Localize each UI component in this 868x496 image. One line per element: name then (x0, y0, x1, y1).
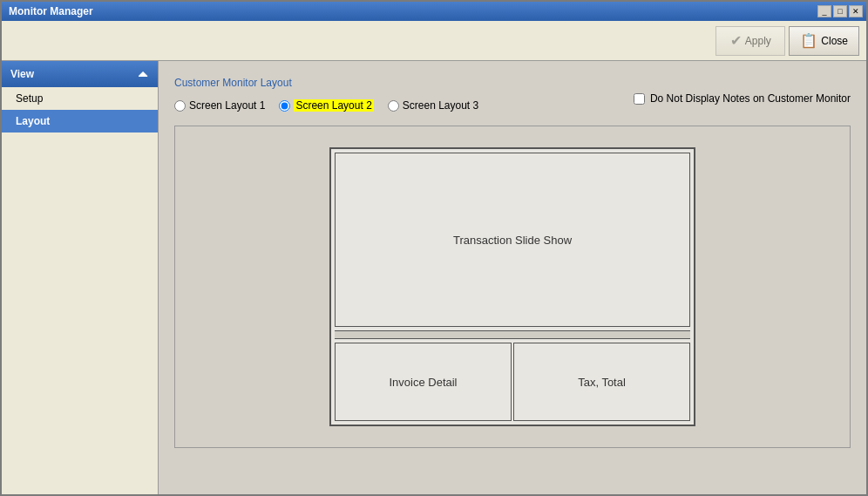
close-label: Close (821, 35, 848, 47)
layout-section: Customer Monitor Layout Screen Layout 1 … (167, 70, 858, 486)
radio-label-layout2: Screen Layout 2 (294, 99, 373, 112)
sidebar-header-label: View (10, 68, 34, 80)
slide-show-label: Transaction Slide Show (453, 234, 572, 247)
close-icon: 📋 (800, 32, 817, 49)
radio-input-layout3[interactable] (388, 100, 399, 112)
sidebar-layout-label: Layout (16, 115, 50, 127)
sidebar-header: View ⏶ (2, 61, 158, 87)
top-controls: Customer Monitor Layout Screen Layout 1 … (174, 77, 851, 120)
sidebar-setup-label: Setup (16, 92, 43, 105)
sidebar-item-layout[interactable]: Layout (2, 110, 158, 132)
main-content: Customer Monitor Layout Screen Layout 1 … (159, 61, 866, 494)
title-bar-buttons: _ □ ✕ (817, 5, 863, 17)
layout-section-label: Customer Monitor Layout (174, 77, 478, 89)
sidebar: View ⏶ Setup Layout (2, 61, 159, 494)
radio-group: Screen Layout 1 Screen Layout 2 Screen L… (174, 99, 478, 112)
invoice-panel: Invoice Detail (335, 343, 512, 421)
apply-label: Apply (745, 35, 771, 47)
notes-checkbox[interactable] (634, 93, 645, 105)
radio-layout2[interactable]: Screen Layout 2 (279, 99, 373, 112)
notes-checkbox-label: Do Not Display Notes on Customer Monitor (650, 92, 851, 105)
sidebar-item-setup[interactable]: Setup (2, 87, 158, 110)
apply-button[interactable]: ✔ Apply (715, 26, 785, 56)
window-close-button[interactable]: ✕ (849, 5, 863, 17)
maximize-button[interactable]: □ (833, 5, 847, 17)
close-button[interactable]: 📋 Close (789, 26, 859, 56)
radio-label-layout3: Screen Layout 3 (403, 99, 478, 112)
minimize-button[interactable]: _ (817, 5, 831, 17)
notes-checkbox-option: Do Not Display Notes on Customer Monitor (634, 92, 851, 105)
slide-show-area: Transaction Slide Show (335, 153, 690, 327)
toolbar: ✔ Apply 📋 Close (2, 21, 866, 61)
radio-input-layout2[interactable] (279, 100, 290, 112)
invoice-label: Invoice Detail (389, 376, 457, 389)
preview-area: Transaction Slide Show Invoice Detail Ta… (174, 126, 851, 448)
sidebar-collapse-button[interactable]: ⏶ (137, 67, 149, 81)
tax-panel: Tax, Total (513, 343, 690, 421)
radio-layout3[interactable]: Screen Layout 3 (388, 99, 478, 112)
title-bar: Monitor Manager _ □ ✕ (2, 2, 866, 21)
radio-input-layout1[interactable] (174, 100, 186, 112)
tax-label: Tax, Total (578, 376, 626, 389)
main-window: Monitor Manager _ □ ✕ ✔ Apply 📋 Close Vi… (0, 0, 868, 496)
radio-layout1[interactable]: Screen Layout 1 (174, 99, 265, 112)
apply-icon: ✔ (730, 32, 742, 49)
radio-label-layout1: Screen Layout 1 (189, 99, 265, 112)
content-area: View ⏶ Setup Layout Customer Monitor Lay… (2, 61, 866, 494)
divider-area (335, 330, 690, 339)
layout-preview: Transaction Slide Show Invoice Detail Ta… (329, 147, 695, 426)
window-title: Monitor Manager (5, 5, 93, 17)
bottom-panels: Invoice Detail Tax, Total (335, 343, 690, 421)
